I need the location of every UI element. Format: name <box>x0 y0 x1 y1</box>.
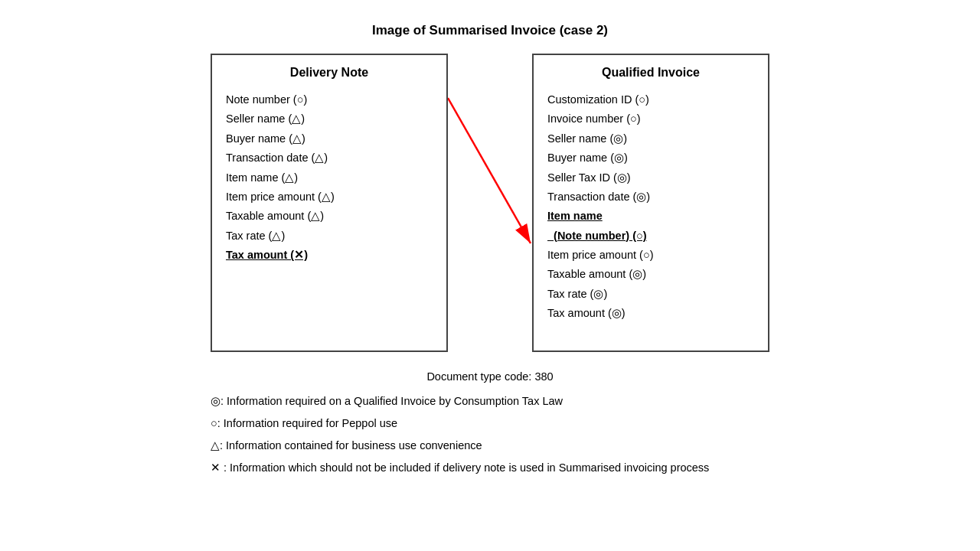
legend-item-1: ○: Information required for Peppol use <box>211 412 769 435</box>
dn-item-5: Item price amount (△) <box>226 187 433 207</box>
qi-item-9: Taxable amount (◎) <box>547 265 754 284</box>
qi-item-7: (Note number) (○) <box>547 227 754 246</box>
qi-item-10: Tax rate (◎) <box>547 285 754 304</box>
legend-area: ◎: Information required on a Qualified I… <box>211 390 769 479</box>
qi-item-11: Tax amount (◎) <box>547 304 754 323</box>
dn-item-3: Transaction date (△) <box>226 148 433 168</box>
arrow-svg <box>448 54 532 352</box>
qualified-invoice-box: Qualified Invoice Customization ID (○) I… <box>532 54 769 352</box>
qi-item-3: Buyer name (◎) <box>547 148 754 168</box>
qi-item-1: Invoice number (○) <box>547 109 754 129</box>
diagram-area: Delivery Note Note number (○) Seller nam… <box>211 54 769 352</box>
dn-item-8: Tax amount (✕) <box>226 246 433 265</box>
delivery-note-box: Delivery Note Note number (○) Seller nam… <box>211 54 448 352</box>
qi-item-0: Customization ID (○) <box>547 90 754 109</box>
dn-item-6: Taxable amount (△) <box>226 207 433 226</box>
dn-item-4: Item name (△) <box>226 168 433 187</box>
qi-item-5: Transaction date (◎) <box>547 187 754 207</box>
qualified-invoice-title: Qualified Invoice <box>547 66 754 80</box>
document-type-code: Document type code: 380 <box>426 370 553 383</box>
qi-item-8: Item price amount (○) <box>547 246 754 265</box>
dn-item-2: Buyer name (△) <box>226 129 433 148</box>
delivery-note-title: Delivery Note <box>226 66 433 80</box>
legend-item-2: △: Information contained for business us… <box>211 435 769 457</box>
qi-item-4: Seller Tax ID (◎) <box>547 168 754 187</box>
qi-item-2: Seller name (◎) <box>547 129 754 148</box>
dn-item-7: Tax rate (△) <box>226 227 433 246</box>
qi-item-6: Item name <box>547 210 603 222</box>
legend-item-3: ✕ : Information which should not be incl… <box>211 457 769 479</box>
dn-item-0: Note number (○) <box>226 90 433 109</box>
svg-line-1 <box>448 98 531 243</box>
page-title: Image of Summarised Invoice (case 2) <box>372 23 608 38</box>
legend-item-0: ◎: Information required on a Qualified I… <box>211 390 769 412</box>
dn-item-1: Seller name (△) <box>226 109 433 129</box>
